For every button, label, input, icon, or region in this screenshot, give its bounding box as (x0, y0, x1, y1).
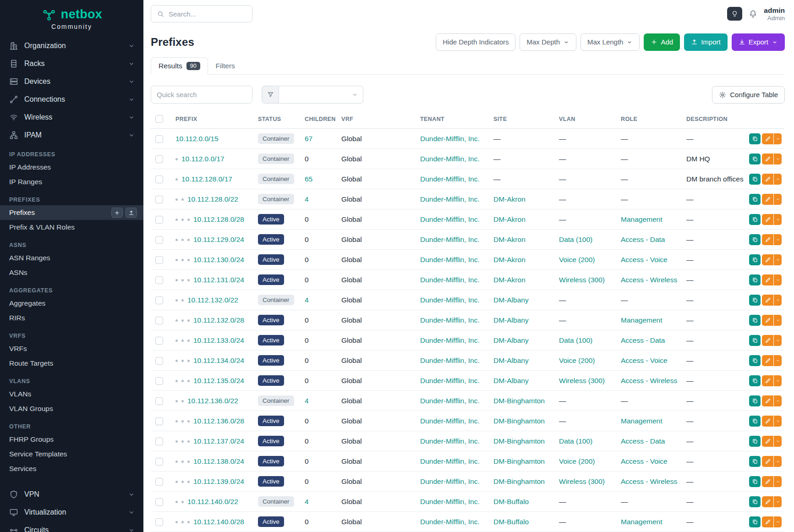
select-all-checkbox[interactable] (155, 115, 163, 123)
copy-button[interactable] (749, 214, 761, 225)
sidebar-item-asns[interactable]: ASNs (0, 265, 143, 280)
copy-button[interactable] (749, 416, 761, 427)
edit-dropdown-button[interactable] (774, 355, 782, 366)
sidebar-item-ip-addresses[interactable]: IP Addresses (0, 160, 143, 175)
sidebar-group-racks[interactable]: Racks (0, 55, 143, 72)
edit-dropdown-button[interactable] (774, 214, 782, 225)
vlan-link[interactable]: Voice (200) (559, 256, 595, 263)
prefix-link[interactable]: 10.112.136.0/22 (187, 397, 238, 405)
role-link[interactable]: Access - Wireless (621, 477, 677, 485)
edit-button[interactable] (762, 416, 773, 427)
filter-addon-button[interactable] (262, 86, 279, 104)
edit-button[interactable] (762, 174, 773, 185)
edit-button[interactable] (762, 214, 773, 225)
children-count-link[interactable]: 4 (305, 397, 309, 405)
tenant-link[interactable]: Dunder-Mifflin, Inc. (420, 215, 480, 223)
edit-button[interactable] (762, 456, 773, 467)
sidebar-item-services[interactable]: Services (0, 461, 143, 476)
column-header-status[interactable]: STATUS (253, 111, 300, 129)
edit-button[interactable] (762, 295, 773, 306)
column-header-vrf[interactable]: VRF (337, 111, 416, 129)
copy-button[interactable] (749, 295, 761, 306)
saved-filter-select[interactable] (279, 86, 363, 104)
edit-button[interactable] (762, 335, 773, 346)
edit-dropdown-button[interactable] (774, 154, 782, 165)
sidebar-item-prefixes[interactable]: Prefixes (0, 205, 143, 220)
tenant-link[interactable]: Dunder-Mifflin, Inc. (420, 477, 480, 485)
site-link[interactable]: DM-Binghamton (493, 477, 545, 485)
column-header-site[interactable]: SITE (489, 111, 554, 129)
edit-button[interactable] (762, 516, 773, 527)
column-header-vlan[interactable]: VLAN (554, 111, 616, 129)
max-length-dropdown[interactable]: Max Length (580, 33, 640, 51)
copy-button[interactable] (749, 335, 761, 346)
tenant-link[interactable]: Dunder-Mifflin, Inc. (420, 236, 480, 243)
prefix-link[interactable]: 10.112.135.0/24 (193, 377, 244, 384)
sidebar-item-vlans[interactable]: VLANs (0, 387, 143, 401)
row-checkbox[interactable] (155, 377, 163, 385)
edit-dropdown-button[interactable] (774, 234, 782, 245)
row-checkbox[interactable] (155, 458, 163, 466)
edit-dropdown-button[interactable] (774, 375, 782, 386)
sidebar-group-organization[interactable]: Organization (0, 37, 143, 55)
prefix-link[interactable]: 10.112.0.0/15 (175, 135, 219, 143)
prefix-link[interactable]: 10.112.128.0/22 (187, 195, 238, 203)
export-button[interactable]: Export (732, 33, 785, 51)
sidebar-item-ip-ranges[interactable]: IP Ranges (0, 175, 143, 189)
prefix-link[interactable]: 10.112.140.0/22 (187, 498, 238, 505)
sidebar-item-route-targets[interactable]: Route Targets (0, 356, 143, 371)
tenant-link[interactable]: Dunder-Mifflin, Inc. (420, 276, 480, 284)
vlan-link[interactable]: Data (100) (559, 437, 592, 445)
site-link[interactable]: DM-Akron (493, 256, 526, 263)
sidebar-item-fhrp-groups[interactable]: FHRP Groups (0, 432, 143, 447)
edit-button[interactable] (762, 375, 773, 386)
children-count-link[interactable]: 4 (305, 195, 309, 203)
row-checkbox[interactable] (155, 236, 163, 244)
tenant-link[interactable]: Dunder-Mifflin, Inc. (420, 437, 480, 445)
sidebar-import-prefixes-button[interactable] (126, 208, 137, 218)
edit-dropdown-button[interactable] (774, 456, 782, 467)
copy-button[interactable] (749, 456, 761, 467)
row-checkbox[interactable] (155, 478, 163, 486)
edit-button[interactable] (762, 315, 773, 326)
row-checkbox[interactable] (155, 417, 163, 425)
prefix-link[interactable]: 10.112.140.0/28 (193, 518, 244, 526)
site-link[interactable]: DM-Buffalo (493, 498, 529, 505)
tenant-link[interactable]: Dunder-Mifflin, Inc. (420, 417, 480, 425)
row-checkbox[interactable] (155, 337, 163, 345)
role-link[interactable]: Access - Voice (621, 356, 668, 364)
site-link[interactable]: DM-Akron (493, 276, 526, 284)
copy-button[interactable] (749, 315, 761, 326)
edit-dropdown-button[interactable] (774, 335, 782, 346)
edit-button[interactable] (762, 496, 773, 507)
copy-button[interactable] (749, 476, 761, 487)
role-link[interactable]: Access - Data (621, 437, 665, 445)
edit-button[interactable] (762, 274, 773, 285)
edit-dropdown-button[interactable] (774, 254, 782, 265)
global-search-input[interactable] (169, 10, 246, 18)
tab-results[interactable]: Results 90 (151, 57, 208, 75)
role-link[interactable]: Access - Data (621, 236, 665, 243)
sidebar-group-vpn[interactable]: VPN (0, 485, 143, 503)
copy-button[interactable] (749, 194, 761, 205)
prefix-link[interactable]: 10.112.130.0/24 (193, 256, 244, 263)
row-checkbox[interactable] (155, 155, 163, 163)
copy-button[interactable] (749, 234, 761, 245)
role-link[interactable]: Access - Voice (621, 457, 668, 465)
row-checkbox[interactable] (155, 196, 163, 203)
role-link[interactable]: Access - Wireless (621, 377, 677, 384)
row-checkbox[interactable] (155, 518, 163, 526)
edit-dropdown-button[interactable] (774, 194, 782, 205)
sidebar-group-ipam[interactable]: IPAM (0, 126, 143, 144)
hide-depth-indicators-button[interactable]: Hide Depth Indicators (436, 33, 515, 51)
role-link[interactable]: Management (621, 215, 662, 223)
prefix-link[interactable]: 10.112.131.0/24 (193, 276, 244, 284)
prefix-link[interactable]: 10.112.128.0/17 (181, 175, 232, 183)
site-link[interactable]: DM-Albany (493, 356, 529, 364)
copy-button[interactable] (749, 375, 761, 386)
edit-button[interactable] (762, 133, 773, 144)
edit-button[interactable] (762, 254, 773, 265)
prefix-link[interactable]: 10.112.129.0/24 (193, 236, 244, 243)
notifications-button[interactable] (748, 9, 758, 19)
edit-dropdown-button[interactable] (774, 395, 782, 406)
